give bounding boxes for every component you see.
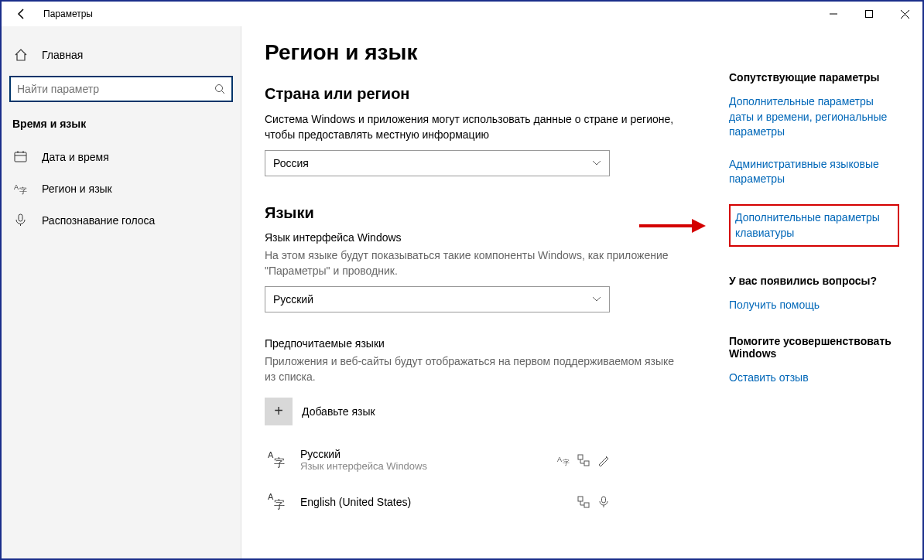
add-language-label: Добавьте язык — [302, 405, 375, 418]
related-link-admin-lang[interactable]: Административные языковые параметры — [729, 157, 899, 187]
clock-icon — [14, 150, 29, 163]
sidebar-item-speech[interactable]: Распознавание голоса — [2, 204, 241, 236]
display-lang-dropdown[interactable]: Русский — [265, 286, 610, 312]
sidebar-item-region-language[interactable]: A字 Регион и язык — [2, 172, 241, 204]
svg-text:字: 字 — [563, 459, 570, 466]
language-item[interactable]: A字 English (United States) — [265, 481, 610, 523]
questions-heading: У вас появились вопросы? — [729, 275, 899, 287]
window-title: Параметры — [43, 9, 93, 19]
languages-heading: Языки — [265, 204, 683, 222]
page-title: Регион и язык — [265, 40, 683, 65]
sidebar-item-label: Регион и язык — [42, 183, 112, 195]
sidebar-home-label: Главная — [42, 49, 83, 61]
svg-text:字: 字 — [19, 186, 27, 195]
window-controls — [816, 2, 922, 26]
related-heading: Сопутствующие параметры — [729, 71, 899, 84]
language-glyph-icon: A字 — [265, 489, 291, 515]
sidebar-item-label: Распознавание голоса — [42, 214, 155, 227]
svg-rect-12 — [19, 214, 22, 221]
close-button[interactable] — [887, 2, 922, 26]
language-item[interactable]: A字 Русский Язык интерфейса Windows A字 — [265, 439, 610, 481]
sidebar-item-date-time[interactable]: Дата и время — [2, 141, 241, 172]
country-dropdown[interactable]: Россия — [265, 150, 610, 176]
country-desc: Система Windows и приложения могут испол… — [265, 112, 683, 142]
svg-text:A: A — [557, 456, 562, 463]
language-name: English (United States) — [300, 496, 577, 508]
language-subtitle: Язык интерфейса Windows — [300, 460, 557, 472]
speech-icon — [597, 496, 610, 508]
display-lang-desc: На этом языке будут показываться такие к… — [265, 248, 683, 278]
related-link-datetime[interactable]: Дополнительные параметры даты и времени,… — [729, 94, 899, 140]
display-lang-label: Язык интерфейса Windows — [265, 231, 683, 244]
svg-rect-18 — [578, 455, 583, 459]
help-link[interactable]: Получить помощь — [729, 298, 899, 313]
sidebar-category: Время и язык — [2, 114, 241, 141]
keyboard-options-icon — [577, 454, 590, 466]
language-icon: A字 — [14, 182, 29, 195]
right-panel: Сопутствующие параметры Дополнительные п… — [683, 40, 899, 558]
svg-point-4 — [216, 85, 223, 92]
minimize-button[interactable] — [816, 2, 851, 26]
svg-text:A: A — [14, 183, 19, 191]
search-box[interactable] — [9, 76, 233, 102]
maximize-button[interactable] — [851, 2, 887, 26]
svg-rect-19 — [584, 461, 589, 466]
language-feature-badges: A字 — [557, 454, 610, 466]
chevron-down-icon — [592, 296, 601, 302]
language-glyph-icon: A字 — [265, 447, 291, 473]
language-name: Русский — [300, 448, 557, 460]
svg-rect-25 — [584, 503, 589, 507]
back-button[interactable] — [11, 3, 33, 25]
svg-rect-1 — [866, 11, 873, 18]
handwriting-icon — [597, 454, 610, 466]
svg-text:A: A — [268, 450, 274, 459]
sidebar: Главная Время и язык Дата и время A字 Рег… — [2, 26, 241, 558]
display-lang-value: Русский — [273, 293, 592, 306]
preferred-lang-desc: Приложения и веб-сайты будут отображатьс… — [265, 354, 683, 384]
svg-rect-28 — [602, 497, 606, 503]
svg-text:字: 字 — [274, 498, 285, 510]
keyboard-options-icon — [577, 496, 590, 508]
plus-icon: + — [265, 398, 293, 425]
feedback-link[interactable]: Оставить отзыв — [729, 370, 899, 386]
preferred-lang-label: Предпочитаемые языки — [265, 337, 683, 350]
country-value: Россия — [273, 157, 592, 169]
svg-rect-24 — [578, 497, 583, 501]
text-to-speech-icon: A字 — [557, 454, 570, 466]
chevron-down-icon — [592, 160, 601, 166]
home-icon — [14, 48, 29, 62]
country-heading: Страна или регион — [265, 85, 683, 103]
microphone-icon — [14, 213, 29, 227]
titlebar: Параметры — [2, 2, 922, 26]
svg-rect-6 — [15, 152, 26, 162]
svg-text:A: A — [268, 492, 274, 501]
sidebar-home[interactable]: Главная — [2, 42, 241, 68]
improve-heading: Помогите усовершенствовать Windows — [729, 335, 899, 360]
search-icon — [214, 84, 225, 94]
related-link-keyboard-advanced[interactable]: Дополнительные параметры клавиатуры — [729, 204, 899, 247]
search-input[interactable] — [17, 83, 214, 95]
language-feature-badges — [577, 496, 610, 508]
sidebar-item-label: Дата и время — [42, 151, 109, 163]
add-language-button[interactable]: + Добавьте язык — [265, 398, 683, 425]
svg-line-5 — [222, 91, 225, 94]
svg-text:字: 字 — [274, 456, 285, 469]
